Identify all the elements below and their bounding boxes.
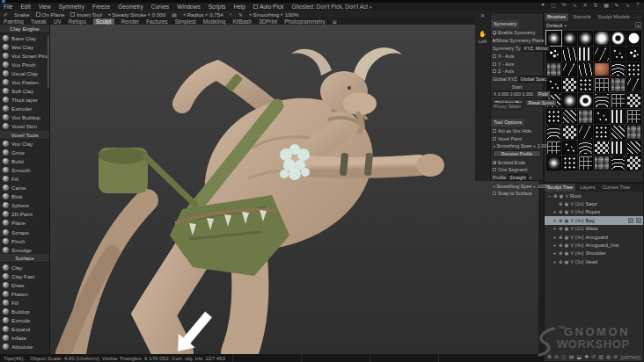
enable-symmetry-checkbox[interactable]: Enable Symmetry bbox=[491, 29, 543, 36]
help-icon[interactable]: ? bbox=[634, 2, 641, 8]
brush-grid[interactable] bbox=[594, 77, 609, 92]
tool-thick-layer[interactable]: Thick layer bbox=[0, 95, 49, 104]
brush-noise[interactable] bbox=[626, 125, 641, 140]
brush-specks[interactable] bbox=[594, 109, 609, 124]
brush-stamps[interactable] bbox=[611, 109, 626, 124]
radius-value[interactable]: 0.754 bbox=[209, 11, 223, 18]
room-tab-painting[interactable]: Painting bbox=[4, 18, 24, 25]
brush-noise[interactable] bbox=[578, 109, 593, 124]
tool-flatten[interactable]: Flatten bbox=[0, 289, 49, 298]
undo-icon[interactable]: ↺ bbox=[591, 353, 596, 359]
brush-hatch[interactable] bbox=[562, 109, 577, 124]
ghost-icon[interactable]: ◉ bbox=[565, 226, 569, 231]
pen-icon[interactable]: ✎ bbox=[613, 2, 620, 8]
instance-icon[interactable]: ⊕ bbox=[559, 250, 563, 256]
tool-2d-paint[interactable]: 2D-Paint bbox=[0, 210, 49, 219]
brush-dots[interactable] bbox=[578, 77, 593, 92]
voxel-paint-box[interactable] bbox=[493, 137, 496, 141]
brush-waves[interactable] bbox=[611, 156, 626, 170]
tool-vox-pinch[interactable]: Vox Pinch bbox=[0, 60, 49, 69]
swap-icon[interactable]: ⇅ bbox=[592, 2, 599, 8]
ghosted-mode-dropdown[interactable]: Ghosted: Don't Pick, Don't Act ▾ bbox=[291, 4, 371, 10]
add-preset-button[interactable]: + bbox=[635, 22, 641, 28]
room-tab-3dprint[interactable]: 3DPrint bbox=[259, 18, 277, 25]
snake-toggle[interactable]: Snake bbox=[14, 11, 30, 18]
tool-vox-buildup[interactable]: Vox Buildup bbox=[0, 112, 49, 121]
instance-icon[interactable]: ⊕ bbox=[559, 243, 563, 248]
auto-pick-checkbox[interactable]: Auto Pick bbox=[253, 4, 283, 10]
expand-icon[interactable]: + bbox=[553, 243, 557, 248]
stepper-right-icon[interactable]: ▸ bbox=[533, 184, 536, 189]
brush-softlg[interactable] bbox=[594, 31, 609, 46]
tab-layers[interactable]: Layers bbox=[577, 184, 597, 192]
brush-checker[interactable] bbox=[594, 141, 609, 156]
tool-pinch[interactable]: Pinch bbox=[0, 236, 49, 245]
stepper-left-icon[interactable]: ◂ bbox=[183, 11, 186, 17]
ghost-icon[interactable]: ◉ bbox=[565, 218, 569, 223]
brush-dots[interactable] bbox=[546, 109, 561, 124]
tree-node-bag[interactable]: +⊕◉V[4x]Bag▪▪ bbox=[545, 216, 643, 224]
tree-node-shoulder[interactable]: +⊕◉V[4x]Shoulder bbox=[545, 250, 643, 257]
profile-dropdown[interactable]: Profile Straight ▾ bbox=[491, 173, 543, 182]
tab-stencils[interactable]: Stencils bbox=[570, 13, 593, 21]
sculpt-viewport[interactable] bbox=[50, 25, 538, 354]
instance-icon[interactable]: ⊕ bbox=[559, 226, 563, 231]
room-tab-sculpt[interactable]: Sculpt bbox=[93, 18, 114, 25]
instance-icon[interactable]: ⊕ bbox=[559, 218, 563, 223]
tab-brushes[interactable]: Brushes bbox=[545, 13, 568, 21]
brush-grid[interactable] bbox=[578, 156, 593, 170]
expand-icon[interactable]: + bbox=[553, 250, 557, 256]
instance-icon[interactable]: ⊕ bbox=[559, 201, 563, 206]
tool-extrude[interactable]: Extrude bbox=[0, 315, 49, 324]
brush-stamps[interactable] bbox=[578, 47, 593, 62]
room-tab-retopo[interactable]: Retopo bbox=[69, 18, 86, 25]
stepper-right-icon[interactable]: ▸ bbox=[533, 143, 536, 148]
on-plane-box[interactable] bbox=[36, 12, 40, 17]
tree-node-armguard-inst[interactable]: +⊕◉V[4x]Armguard_Inst bbox=[545, 241, 643, 249]
cross-icon[interactable]: ✕ bbox=[582, 2, 589, 8]
brush-soft[interactable] bbox=[546, 156, 561, 170]
expand-icon[interactable]: + bbox=[553, 218, 557, 223]
plus-icon[interactable]: ✚ bbox=[584, 353, 589, 359]
expand-icon[interactable]: − bbox=[547, 193, 552, 199]
stepper-left-icon[interactable]: ◂ bbox=[108, 11, 111, 17]
ghost-icon[interactable]: ◉ bbox=[565, 250, 569, 256]
room-tab-tweak[interactable]: Tweak bbox=[31, 18, 47, 25]
tool-smooth[interactable]: Smooth bbox=[0, 166, 49, 175]
embed-ends-checkbox[interactable]: Embed Ends bbox=[491, 159, 543, 166]
tree-node-waist[interactable]: +⊕◉V[2x]Waist bbox=[545, 225, 643, 233]
instance-icon[interactable]: ⊕ bbox=[559, 209, 563, 214]
magnifier-icon[interactable]: ⌕ bbox=[230, 11, 232, 18]
brush-specks[interactable] bbox=[562, 141, 577, 156]
instance-icon[interactable]: ⊕ bbox=[559, 259, 563, 264]
symmetry-type-value[interactable]: XYZ, Mirror bbox=[522, 45, 550, 52]
tool-vox-smart-pinch[interactable]: Vox Smart Pinch bbox=[0, 51, 49, 60]
brush-soft2[interactable] bbox=[578, 31, 593, 46]
tool-fill[interactable]: Fill bbox=[0, 175, 49, 184]
remove-profile-button[interactable]: Remove Profile bbox=[493, 150, 541, 157]
tool-clay[interactable]: Clay bbox=[0, 263, 49, 272]
room-tab-kitbash[interactable]: KitBash bbox=[232, 18, 252, 25]
act-as-vox-hide-checkbox[interactable]: Act as Vox Hide bbox=[491, 127, 543, 134]
tool-fill[interactable]: Fill bbox=[0, 298, 49, 307]
ghost-icon[interactable]: ◉ bbox=[565, 201, 569, 206]
smoothing-speed2-stepper[interactable]: ◂ Smoothing Spee ▸ 100% bbox=[491, 183, 543, 190]
tool-draw[interactable]: Draw bbox=[0, 280, 49, 289]
snap-to-surface-box[interactable] bbox=[493, 192, 496, 195]
brush-preset-dropdown[interactable]: Default bbox=[546, 23, 562, 28]
menu-view[interactable]: View bbox=[39, 4, 51, 10]
brush-dots[interactable] bbox=[562, 156, 577, 170]
tree-node-head[interactable]: +⊕◉V[3x]Head bbox=[545, 257, 643, 265]
brush-strokes[interactable] bbox=[562, 62, 577, 77]
brush-icon[interactable]: ✐ bbox=[4, 11, 8, 18]
tab-tool-options[interactable]: Tool Options bbox=[491, 119, 524, 127]
invert-tool-checkbox[interactable]: Invert Tool bbox=[70, 11, 101, 18]
smoothing-value[interactable]: 100% bbox=[285, 11, 299, 18]
tab-proxy-slider[interactable]: Proxy Slider bbox=[491, 103, 523, 111]
act-as-vox-hide-box[interactable] bbox=[493, 129, 496, 133]
brush-soft[interactable] bbox=[562, 31, 577, 46]
axis-checkbox-x-axis[interactable]: X - Axis bbox=[491, 53, 543, 60]
ghost-icon[interactable]: ◉ bbox=[565, 243, 569, 248]
tab-curves-tree[interactable]: Curves Tree bbox=[600, 184, 633, 192]
brush-strokes[interactable] bbox=[626, 77, 641, 92]
